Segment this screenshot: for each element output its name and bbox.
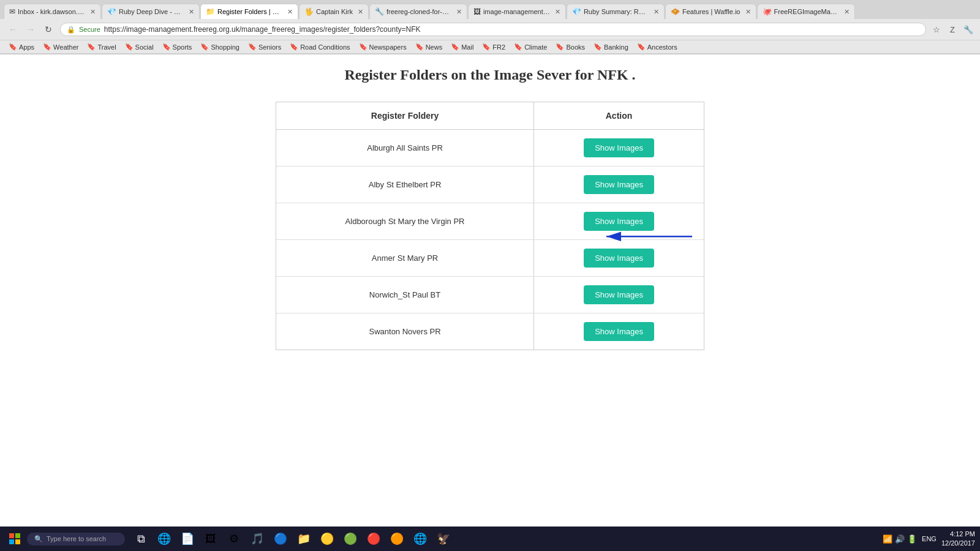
taskbar-app-misc5[interactable]: 🦅	[432, 528, 454, 532]
bookmark-travel[interactable]: 🔖Travel	[83, 42, 119, 52]
browser-tab-tab1[interactable]: ✉Inbox - kirk.dawson.bc...✕	[4, 4, 101, 19]
show-images-button-0[interactable]: Show Images	[584, 138, 654, 157]
table-wrapper: Register Foldery Action Alburgh All Sain…	[276, 102, 704, 350]
address-bar[interactable]: 🔒 Secure https://image-management.freere…	[60, 23, 926, 36]
start-button[interactable]	[5, 529, 24, 532]
bookmark-climate[interactable]: 🔖Climate	[510, 42, 551, 52]
browser-tab-tab5[interactable]: 🔧freereg-cloned-for-kir...✕	[369, 4, 467, 19]
taskbar-app-media[interactable]: 🎵	[246, 528, 268, 532]
browser-tab-tab6[interactable]: 🖼image-management - ...✕	[468, 4, 566, 19]
action-cell: Show Images	[534, 240, 704, 277]
bookmark-newspapers[interactable]: 🔖Newspapers	[355, 42, 410, 52]
tab-bar: ✉Inbox - kirk.dawson.bc...✕💎Ruby Deep Di…	[0, 0, 980, 19]
register-name-cell: Anmer St Mary PR	[276, 240, 534, 277]
bookmark-weather[interactable]: 🔖Weather	[39, 42, 82, 52]
show-images-button-3[interactable]: Show Images	[584, 249, 654, 268]
action-cell: Show Images	[534, 313, 704, 350]
bookmark-ancestors[interactable]: 🔖Ancestors	[633, 42, 681, 52]
taskbar-app-edge[interactable]: 🌐	[153, 528, 175, 532]
taskbar-time-display: 4:12 PM	[941, 530, 975, 532]
show-images-button-5[interactable]: Show Images	[584, 322, 654, 341]
taskbar-app-misc2[interactable]: 🟢	[339, 528, 361, 532]
browser-tab-tab7[interactable]: 💎Ruby Summary: Ruby ...✕	[567, 4, 665, 19]
bookmark-news[interactable]: 🔖News	[412, 42, 447, 52]
taskbar-app-misc1[interactable]: 🟡	[316, 528, 338, 532]
back-button[interactable]: ←	[5, 21, 21, 37]
bookmark-seniors[interactable]: 🔖Seniors	[244, 42, 285, 52]
forward-button[interactable]: →	[23, 21, 39, 37]
taskbar-app-settings[interactable]: ⚙	[223, 528, 245, 532]
show-images-button-4[interactable]: Show Images	[584, 285, 654, 304]
extensions-button[interactable]: 🔧	[962, 23, 975, 36]
table-row: Alby St Ethelbert PR Show Images	[276, 167, 704, 203]
action-cell: Show Images	[534, 167, 704, 203]
browser-tab-tab2[interactable]: 💎Ruby Deep Dive - The ...✕	[102, 4, 200, 19]
show-images-button-1[interactable]: Show Images	[584, 175, 654, 194]
bookmark-sports[interactable]: 🔖Sports	[159, 42, 196, 52]
taskbar-right: 📶 🔊 🔋 ENG 4:12 PM 12/20/2017	[883, 530, 975, 532]
bookmark-star-button[interactable]: ☆	[930, 23, 943, 36]
page-title: Register Folders on the Image Sever for …	[12, 67, 968, 83]
register-name-cell: Norwich_St Paul BT	[276, 277, 534, 313]
bookmark-road-conditions[interactable]: 🔖Road Conditions	[286, 42, 353, 52]
zoom-button[interactable]: Z	[946, 23, 959, 36]
browser-chrome: ✉Inbox - kirk.dawson.bc...✕💎Ruby Deep Di…	[0, 0, 980, 54]
table-row: Swanton Novers PR Show Images	[276, 313, 704, 350]
taskbar-app-word[interactable]: 📄	[176, 528, 198, 532]
bookmark-mail[interactable]: 🔖Mail	[447, 42, 477, 52]
browser-tab-tab9[interactable]: 🐙FreeREGImageManager...✕	[757, 4, 855, 19]
taskbar-app-photos[interactable]: 🖼	[200, 528, 222, 532]
register-folders-table: Register Foldery Action Alburgh All Sain…	[276, 102, 704, 350]
taskbar-app-files[interactable]: 📁	[293, 528, 315, 532]
register-name-cell: Swanton Novers PR	[276, 313, 534, 350]
show-images-button-2[interactable]: Show Images	[584, 212, 654, 231]
bookmark-shopping[interactable]: 🔖Shopping	[197, 42, 243, 52]
col-header-register: Register Foldery	[276, 102, 534, 130]
browser-tab-tab4[interactable]: 🖖Captain Kirk✕	[299, 4, 369, 19]
action-cell: Show Images	[534, 203, 704, 240]
page-content: Register Folders on the Image Sever for …	[0, 54, 980, 532]
browser-tab-tab3[interactable]: 📁Register Folders | Free...✕	[200, 4, 298, 19]
taskbar-app-taskview[interactable]: ⧉	[130, 528, 152, 532]
bookmark-books[interactable]: 🔖Books	[552, 42, 589, 52]
taskbar: 🔍 Type here to search ⧉ 🌐 📄 🖼 ⚙ 🎵 🔵 📁 🟡 …	[0, 527, 980, 532]
page-wrapper: Register Folders on the Image Sever for …	[0, 54, 980, 532]
table-row: Anmer St Mary PR Show Images	[276, 240, 704, 277]
register-name-cell: Alburgh All Saints PR	[276, 130, 534, 167]
bookmark-apps[interactable]: 🔖Apps	[5, 42, 38, 52]
browser-tab-tab8[interactable]: 🧇Features | Waffle.io✕	[665, 4, 756, 19]
bookmark-social[interactable]: 🔖Social	[121, 42, 157, 52]
table-row: Norwich_St Paul BT Show Images	[276, 277, 704, 313]
action-cell: Show Images	[534, 130, 704, 167]
taskbar-app-browser2[interactable]: 🔵	[270, 528, 292, 532]
taskbar-app-misc3[interactable]: 🔴	[363, 528, 385, 532]
secure-label: Secure	[79, 26, 100, 33]
taskbar-apps: ⧉ 🌐 📄 🖼 ⚙ 🎵 🔵 📁 🟡 🟢 🔴 🟠 🌐 🦅	[130, 528, 454, 532]
register-name-cell: Aldborough St Mary the Virgin PR	[276, 203, 534, 240]
action-cell: Show Images	[534, 277, 704, 313]
bookmarks-bar: 🔖Apps🔖Weather🔖Travel🔖Social🔖Sports🔖Shopp…	[0, 40, 980, 54]
register-name-cell: Alby St Ethelbert PR	[276, 167, 534, 203]
taskbar-clock[interactable]: 4:12 PM 12/20/2017	[941, 530, 975, 532]
table-row: Alburgh All Saints PR Show Images	[276, 130, 704, 167]
refresh-button[interactable]: ↻	[40, 21, 56, 37]
col-header-action: Action	[534, 102, 704, 130]
bookmark-banking[interactable]: 🔖Banking	[590, 42, 632, 52]
table-row: Aldborough St Mary the Virgin PR Show Im…	[276, 203, 704, 240]
taskbar-app-misc4[interactable]: 🟠	[386, 528, 408, 532]
bookmark-fr2[interactable]: 🔖FR2	[478, 42, 509, 52]
address-bar-row: ← → ↻ 🔒 Secure https://image-management.…	[0, 19, 980, 40]
lock-icon: 🔒	[67, 26, 75, 34]
taskbar-app-chrome[interactable]: 🌐	[409, 528, 431, 532]
url-text: https://image-management.freereg.org.uk/…	[104, 25, 919, 34]
